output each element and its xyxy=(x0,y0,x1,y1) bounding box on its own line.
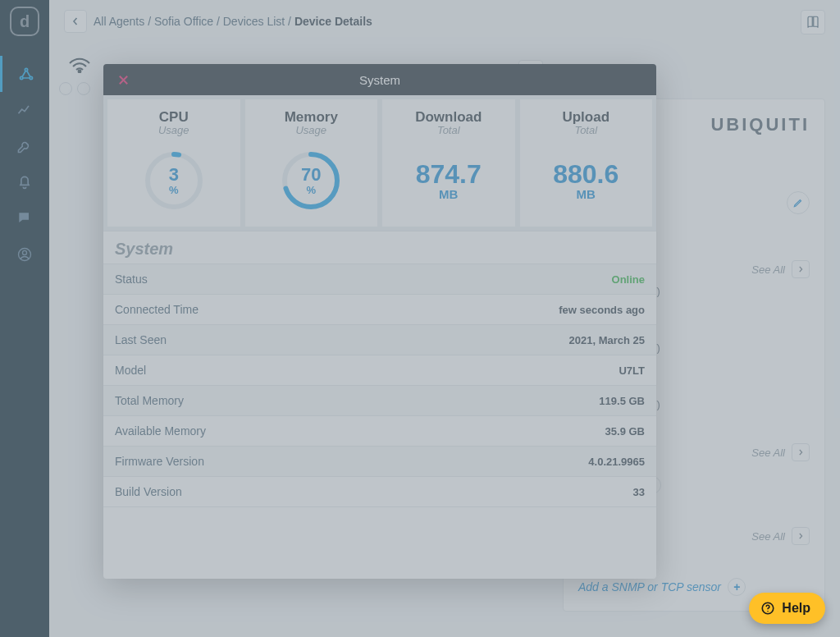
help-button[interactable]: Help xyxy=(749,593,825,624)
modal-overlay[interactable] xyxy=(0,0,840,637)
svg-point-11 xyxy=(768,611,769,612)
